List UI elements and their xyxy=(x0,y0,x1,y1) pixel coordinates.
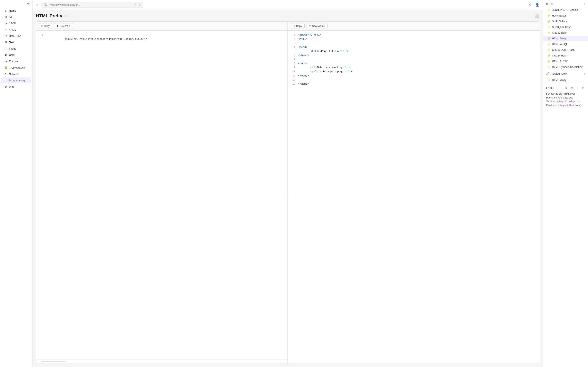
select-file-button[interactable]: ⬆ Select file xyxy=(54,23,73,29)
input-pane: ⎘ Copy ⬆ Select file 1 <!DOCTYPE html><h… xyxy=(36,22,288,364)
all-section-icon: ⊞ xyxy=(546,2,548,5)
sidebar-item-cryptography[interactable]: 🔒Cryptography xyxy=(1,64,31,71)
related-item-html-minify[interactable]: ⚡HTML Minify xyxy=(543,77,588,83)
input-code-content[interactable]: <!DOCTYPE html><html><head><title>Page T… xyxy=(44,31,287,359)
html-symbols-panel-icon: ⚡ xyxy=(547,66,550,68)
search-box: 🔍 ⌘ + K xyxy=(41,2,143,8)
line-number: 10 xyxy=(291,70,295,74)
html-to-jsx-panel-icon: ⚡ xyxy=(547,60,550,63)
sidebar-item-network[interactable]: 〜Network xyxy=(1,71,31,77)
image-icon: ⬚ xyxy=(4,47,7,50)
sidebar-item-label: Web xyxy=(9,85,15,88)
input-textarea[interactable]: <!DOCTYPE html><html><head><title>Page T… xyxy=(64,37,287,359)
right-panel: ⊞ All ∨ ⚡JSON To SQL Schema⚡Hosts Editor… xyxy=(543,0,588,367)
page-title: HTML Pretty xyxy=(36,13,62,18)
panel-item-sha256[interactable]: ⚡SHA256 Hash xyxy=(543,18,588,24)
version-check-button[interactable]: ✓ xyxy=(575,86,580,90)
line-number: 12 xyxy=(291,78,295,82)
all-section-title: ⊞ All xyxy=(546,2,553,5)
sidebar-item-web[interactable]: ⊕Web xyxy=(1,83,31,90)
home-button[interactable]: ⌂ xyxy=(35,2,40,8)
main-content: ⌂ 🔍 ⌘ + K ⎙ 👤 HTML Pretty ☆ ⬜ ⎘ Copy xyxy=(33,0,543,367)
panel-item-html-pretty[interactable]: ⚡HTML Pretty xyxy=(543,36,588,42)
output-code-content: <!DOCTYPE html> <html> <head> <title>Pag… xyxy=(297,31,540,364)
html-pretty-panel-icon: ⚡ xyxy=(547,37,550,40)
output-copy-label: Copy xyxy=(296,25,302,27)
user-button[interactable]: 👤 xyxy=(534,2,541,8)
panel-item-json-to-sql[interactable]: ⚡JSON To SQL Schema xyxy=(543,7,588,13)
panel-item-label: CRC16CCITT Hash xyxy=(552,49,575,51)
share-button[interactable]: ⎙ xyxy=(528,2,532,8)
search-icon: 🔍 xyxy=(44,3,47,7)
sidebar-item-yaml[interactable]: ≡YAML xyxy=(1,26,31,33)
input-code-editor: 1 <!DOCTYPE html><html><head><title>Page… xyxy=(36,31,287,359)
panel-item-label: SHA256 Hash xyxy=(552,20,568,23)
sidebar-item-label: JSON xyxy=(9,22,16,25)
version-globe-button[interactable]: ◎ xyxy=(570,86,574,90)
sidebar-item-image[interactable]: ⬚Image xyxy=(1,45,31,52)
sidebar-item-label: YAML xyxy=(9,28,16,31)
save-as-file-label: Save as file xyxy=(312,25,325,27)
panel-item-label: HTML Pretty xyxy=(552,37,566,40)
save-as-file-button[interactable]: ⬆ Save as file xyxy=(306,23,328,29)
panel-item-html-to-sql[interactable]: ⚡HTML to SQL xyxy=(543,42,588,47)
panel-item-hosts-editor[interactable]: ⚡Hosts Editor xyxy=(543,13,588,18)
output-copy-button[interactable]: ⎘ Copy xyxy=(291,23,305,29)
feedback-label: Feedback: xyxy=(546,104,558,107)
editor-area: ⎘ Copy ⬆ Select file 1 <!DOCTYPE html><h… xyxy=(36,21,540,364)
sidebar-item-encode[interactable]: ⇆Encode xyxy=(1,58,31,64)
all-section-header[interactable]: ⊞ All ∨ xyxy=(543,0,588,7)
json-to-sql-panel-icon: ⚡ xyxy=(547,8,550,11)
sidebar-item-text[interactable]: TtText xyxy=(1,39,31,45)
sidebar-item-json[interactable]: {}JSON xyxy=(1,20,31,26)
search-input[interactable] xyxy=(49,3,133,6)
sidebar-item-color[interactable]: ◉Color xyxy=(1,52,31,58)
sidebar-nav: ⌂Home⊞All{}JSON≡YAML◷Date/TimeTtText⬚Ima… xyxy=(0,7,33,90)
favorite-button[interactable]: ☆ xyxy=(64,14,67,18)
copy-icon: ⎘ xyxy=(41,25,43,27)
crc32-panel-icon: ⚡ xyxy=(547,31,550,34)
line-number: 1 xyxy=(291,33,295,37)
line-number: 6 xyxy=(291,53,295,58)
panel-item-crc32[interactable]: ⚡CRC32 Hash xyxy=(543,30,588,36)
input-scrollbar[interactable] xyxy=(41,361,66,362)
sidebar-item-programming[interactable]: Programming xyxy=(1,77,31,83)
split-view-button[interactable]: ⬜ xyxy=(534,13,540,18)
line-number: 8 xyxy=(291,62,295,66)
version-chevron-button[interactable]: ∨ xyxy=(581,86,585,90)
all-panel-items: ⚡JSON To SQL Schema⚡Hosts Editor⚡SHA256 … xyxy=(543,7,588,70)
sidebar-item-datetime[interactable]: ◷Date/Time xyxy=(1,33,31,39)
feedback-url[interactable]: https://github.com/... xyxy=(561,104,582,107)
panel-item-label: JSON To SQL Schema xyxy=(552,8,578,11)
related-section-label: Related Tools xyxy=(551,72,567,75)
panel-item-crc16ccitt[interactable]: ⚡CRC16CCITT Hash xyxy=(543,47,588,53)
version-feedback-row: Feedback: ⎘ https://github.com/... xyxy=(546,104,585,107)
panel-item-html-to-jsx[interactable]: ⚡HTML To JSX xyxy=(543,58,588,64)
sidebar-toggle-button[interactable]: ≪ xyxy=(27,2,30,6)
version-number: ℹ 1.0.0 xyxy=(546,86,554,90)
related-item-label: HTML Minify xyxy=(552,79,566,82)
panel-item-crc24[interactable]: ⚡CRC24 Hash xyxy=(543,53,588,58)
panel-item-sha3-512[interactable]: ⚡SHA3_512 Hash xyxy=(543,24,588,30)
tool-link-url[interactable]: https://t.he3app.co... xyxy=(559,100,581,103)
copy-label: Copy xyxy=(44,25,50,27)
save-icon: ⬆ xyxy=(309,25,311,27)
sha3-512-panel-icon: ⚡ xyxy=(547,26,550,29)
text-icon: Tt xyxy=(4,41,7,44)
sidebar-item-label: Cryptography xyxy=(9,66,25,69)
related-section-header[interactable]: 🔗 Related Tools ∨ xyxy=(543,70,588,77)
html-minify-related-icon: ⚡ xyxy=(547,79,550,82)
panel-item-label: HTML Symbols Cheatsheet xyxy=(552,66,583,68)
sidebar-item-home[interactable]: ⌂Home xyxy=(1,8,31,14)
panel-item-html-symbols[interactable]: ⚡HTML Symbols Cheatsheet xyxy=(543,64,588,70)
version-settings-button[interactable]: ⚙ xyxy=(564,86,569,90)
output-pane: ⎘ Copy ⬆ Save as file 12345678910111213 … xyxy=(288,22,540,364)
feedback-icon: ⎘ xyxy=(558,104,560,107)
input-copy-button[interactable]: ⎘ Copy xyxy=(39,23,52,29)
encode-icon: ⇆ xyxy=(4,59,7,63)
line-number: 2 xyxy=(291,37,295,41)
sidebar-item-all[interactable]: ⊞All xyxy=(1,14,31,20)
crc24-panel-icon: ⚡ xyxy=(547,54,550,57)
version-description: Format/Prettify HTML code xyxy=(546,92,585,95)
output-toolbar: ⎘ Copy ⬆ Save as file xyxy=(288,22,540,31)
